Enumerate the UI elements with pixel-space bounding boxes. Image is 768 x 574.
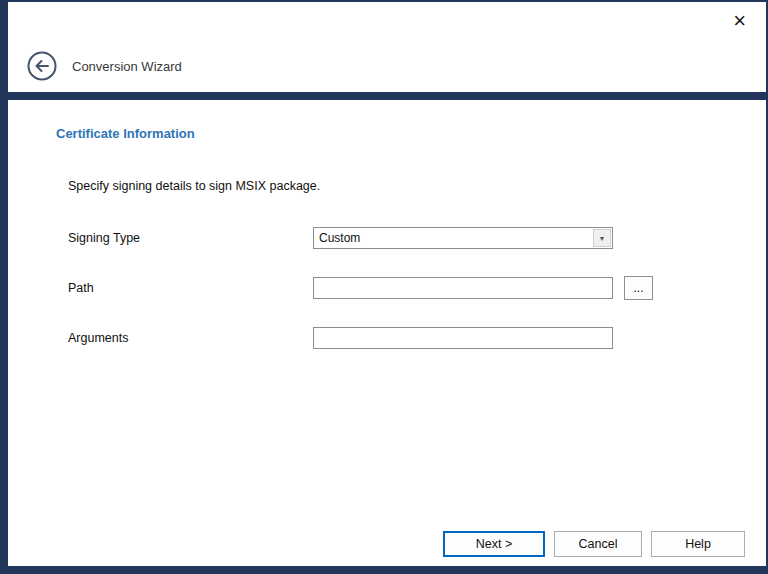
signing-type-label: Signing Type: [68, 231, 313, 245]
conversion-wizard-dialog: × Conversion Wizard Certificate Informat…: [0, 0, 768, 574]
browse-button[interactable]: ...: [624, 276, 653, 300]
path-label: Path: [68, 281, 313, 295]
header-separator: [8, 92, 766, 100]
signing-type-row: Signing Type Custom ▼: [68, 227, 766, 249]
dialog-footer: Next > Cancel Help: [8, 531, 766, 566]
arguments-label: Arguments: [68, 331, 313, 345]
chevron-down-icon[interactable]: ▼: [593, 229, 611, 247]
arguments-row: Arguments: [68, 327, 766, 349]
wizard-header: Conversion Wizard: [8, 40, 766, 92]
path-row: Path ...: [68, 276, 766, 300]
path-input[interactable]: [313, 277, 613, 299]
title-bar: ×: [8, 2, 766, 40]
page-description: Specify signing details to sign MSIX pac…: [68, 179, 766, 193]
help-button[interactable]: Help: [651, 531, 745, 557]
cancel-button[interactable]: Cancel: [554, 531, 642, 557]
close-icon[interactable]: ×: [733, 10, 746, 32]
signing-type-selected-value: Custom: [314, 228, 592, 248]
page-content: Certificate Information Specify signing …: [8, 100, 766, 531]
page-title: Certificate Information: [56, 126, 766, 141]
back-button[interactable]: [26, 50, 58, 82]
certificate-form: Signing Type Custom ▼ Path ... Arguments: [68, 227, 766, 349]
next-button[interactable]: Next >: [443, 531, 545, 557]
wizard-title: Conversion Wizard: [72, 59, 182, 74]
signing-type-dropdown[interactable]: Custom ▼: [313, 227, 613, 249]
arguments-input[interactable]: [313, 327, 613, 349]
dialog-body: × Conversion Wizard Certificate Informat…: [8, 2, 766, 566]
back-arrow-icon: [26, 50, 58, 82]
